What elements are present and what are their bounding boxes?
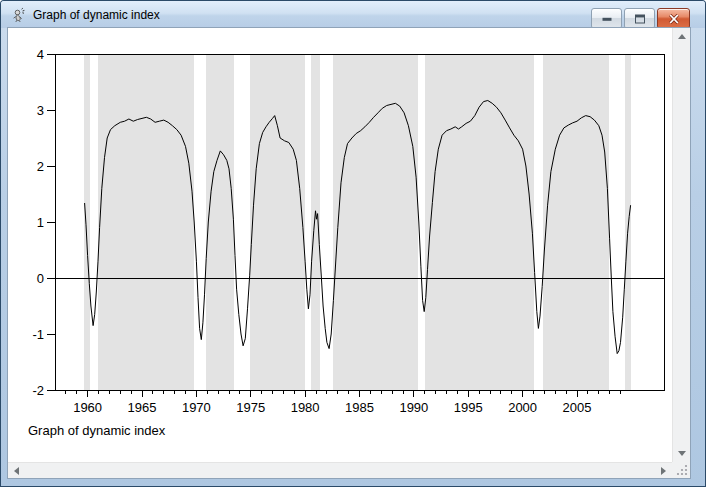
vertical-scrollbar[interactable] xyxy=(672,28,690,462)
up-arrow-icon xyxy=(678,34,686,39)
scroll-right-button[interactable] xyxy=(655,463,672,478)
y-tick-label: 0 xyxy=(37,271,44,286)
shaded-band xyxy=(250,54,306,390)
x-tick-label: 1990 xyxy=(399,400,428,415)
shaded-band xyxy=(84,54,90,390)
y-tick-label: 2 xyxy=(37,159,44,174)
chart-caption: Graph of dynamic index xyxy=(28,423,165,438)
x-tick-label: 1995 xyxy=(454,400,483,415)
right-arrow-icon xyxy=(661,467,666,475)
y-tick-label: -1 xyxy=(32,327,44,342)
shaded-band xyxy=(333,54,417,390)
shaded-band xyxy=(425,54,534,390)
window-controls xyxy=(591,8,690,29)
y-tick-label: 1 xyxy=(37,215,44,230)
window-title: Graph of dynamic index xyxy=(33,8,160,22)
x-tick-label: 1970 xyxy=(182,400,211,415)
x-tick-label: 2005 xyxy=(563,400,592,415)
app-window: Graph of dynamic index -2-10123419601965… xyxy=(0,0,706,487)
scroll-up-button[interactable] xyxy=(673,28,690,45)
titlebar[interactable]: Graph of dynamic index xyxy=(1,1,705,28)
horizontal-scrollbar[interactable] xyxy=(8,462,672,478)
scrollbar-corner xyxy=(672,462,690,478)
minimize-button[interactable] xyxy=(591,8,622,29)
x-tick-label: 1960 xyxy=(73,400,102,415)
x-tick-label: 1965 xyxy=(128,400,157,415)
minimize-icon xyxy=(602,17,611,20)
scroll-down-button[interactable] xyxy=(673,445,690,462)
left-arrow-icon xyxy=(14,467,19,475)
shaded-band xyxy=(311,54,321,390)
shaded-band xyxy=(98,54,194,390)
chart-area: -2-1012341960196519701975198019851990199… xyxy=(8,28,672,462)
dynamic-index-chart: -2-1012341960196519701975198019851990199… xyxy=(8,28,672,462)
x-tick-label: 2000 xyxy=(508,400,537,415)
shaded-band xyxy=(206,54,234,390)
shaded-band xyxy=(625,54,630,390)
window-icon xyxy=(11,7,27,23)
x-tick-label: 1985 xyxy=(345,400,374,415)
x-tick-label: 1980 xyxy=(291,400,320,415)
close-icon xyxy=(668,14,680,24)
x-tick-label: 1975 xyxy=(236,400,265,415)
y-tick-label: -2 xyxy=(32,383,44,398)
resize-grip-icon[interactable] xyxy=(676,464,688,476)
maximize-icon xyxy=(635,14,645,23)
close-button[interactable] xyxy=(657,8,690,29)
y-tick-label: 3 xyxy=(37,103,44,118)
scroll-left-button[interactable] xyxy=(8,463,25,478)
shaded-band xyxy=(543,54,609,390)
down-arrow-icon xyxy=(678,451,686,456)
client-area: -2-1012341960196519701975198019851990199… xyxy=(8,28,690,478)
y-tick-label: 4 xyxy=(37,47,44,62)
maximize-button[interactable] xyxy=(624,8,655,29)
